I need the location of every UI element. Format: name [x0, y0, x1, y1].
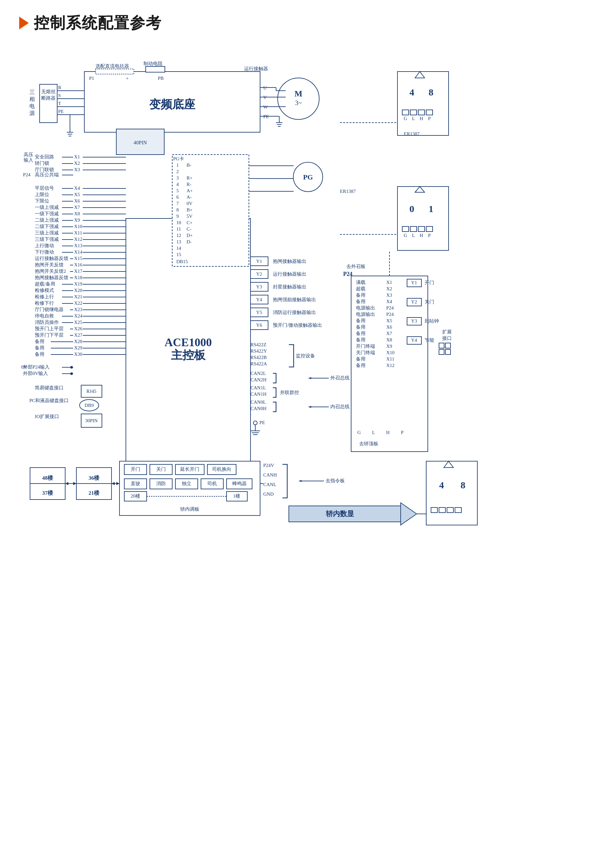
s-terminal-label: S: [58, 93, 61, 98]
bot-num8: 8: [461, 480, 465, 490]
main-board-label: 主控板: [171, 348, 206, 362]
y5-desc: 消防运行接触器输出: [273, 310, 316, 315]
spare1-label: 备用: [35, 339, 44, 344]
inspect-up-label: 检修上行: [35, 294, 54, 299]
x7-id: X7: [74, 205, 80, 210]
right-bot-panel: [426, 461, 477, 525]
mid-num0: 0: [409, 204, 414, 214]
pg-pin13: 13: [176, 239, 181, 244]
expand-interface-label2: 接口: [442, 336, 452, 341]
rp-spare4: 备用: [356, 325, 365, 330]
pre-open-down-label: 预开门下平层: [35, 332, 64, 338]
p24v-label: P24V: [263, 463, 274, 468]
three-phase-char4: 源: [30, 110, 35, 116]
simple-kb-label: 简易键盘接口: [35, 385, 64, 390]
rp-y1-label: Y1: [411, 280, 417, 285]
30pin-label: 30PIN: [85, 418, 97, 423]
x8-id: X8: [74, 211, 80, 216]
pg-b-plus: B+: [186, 207, 192, 212]
diagram-area: text { font-family: 'SimSun', '宋体', seri…: [21, 46, 595, 844]
pg-pin11: 11: [176, 226, 181, 232]
can0h-label: CAN0H: [251, 406, 266, 411]
plus-label: +: [126, 76, 129, 81]
pc-lcd-kb-label: PC和液晶键盘接口: [30, 398, 69, 403]
x17-id: X17: [74, 269, 83, 274]
pg-card-label: PG卡: [173, 156, 184, 161]
fireman-label: 消防员操作: [35, 320, 59, 325]
pe-output-label: PE: [259, 420, 265, 425]
mid-conn-p: [426, 226, 433, 232]
pre-open-up-label: 预开门上平层: [35, 326, 64, 331]
pg-0v: 0V: [186, 201, 193, 206]
x23-id: X23: [74, 307, 83, 312]
y5-label: Y5: [256, 310, 262, 315]
brake-resistor-label: 制动电阻: [143, 61, 162, 66]
rp-y3-label: Y3: [411, 319, 417, 323]
can1h-label: CAN1H: [251, 391, 266, 397]
run-contactor-label: 运行接触器: [244, 66, 268, 71]
rp-spare7: 备用: [356, 356, 365, 362]
driver-switch-btn-label: 司机换向: [212, 466, 231, 472]
x14-id: X14: [74, 249, 83, 255]
y1-desc: 抱闸接触器输出: [273, 259, 306, 264]
l2-lower-label: 二级下强减: [35, 224, 59, 229]
er1387-g-label: G: [404, 116, 407, 121]
x6-id: X6: [74, 198, 80, 204]
db15-label: DB15: [176, 259, 188, 264]
expand-conn3: [439, 350, 444, 354]
pg-c-minus: C-: [186, 226, 191, 232]
rp-x2: X2: [386, 286, 392, 291]
three-phase-char3: 电: [30, 103, 35, 109]
pg-pin14: 14: [176, 246, 182, 251]
pg-r-minus: R-: [186, 182, 191, 187]
mid-h-label: H: [420, 233, 423, 238]
title-arrow-icon: [19, 16, 29, 30]
inspect-down-label: 检修下行: [35, 301, 54, 305]
pg-c-plus: C+: [186, 220, 192, 225]
pg-pin6: 6: [176, 195, 179, 200]
monitor-device-label: 监控设备: [296, 353, 315, 359]
ext-call-bus-label: 外召总线: [330, 375, 350, 381]
40pin-label: 40PIN: [134, 140, 147, 145]
motor-3phase-label: 3~: [295, 99, 302, 106]
rp-full-load: 满载: [356, 280, 365, 285]
x13-id: X13: [74, 243, 83, 248]
extend-open-btn-label: 延长开门: [180, 466, 199, 472]
rp-close-door-label: 关门: [425, 299, 434, 304]
breaker-label1: 无熔丝: [41, 89, 56, 94]
rp-energy-save-label: 节能: [425, 338, 434, 343]
y2-label: Y2: [256, 272, 262, 277]
pg-pin3: 3: [176, 176, 179, 180]
vfd-base-label: 变频底座: [149, 98, 195, 111]
independent-btn-label: 独立: [182, 481, 191, 486]
pg-card-box: [172, 155, 249, 266]
pg-b-minus: B-: [186, 162, 191, 168]
pg-pin12: 12: [176, 233, 181, 238]
page-title: 控制系统配置参考: [34, 13, 162, 33]
ext-p24-line-label: 外部P24输入: [23, 364, 50, 369]
t-terminal-label: T: [58, 101, 61, 106]
brake-sw-fb-label: 抱闸开关反馈: [35, 262, 64, 267]
expand-conn2: [445, 343, 451, 348]
pg-pin5: 5: [176, 188, 179, 193]
pe-terminal-label: PE: [58, 109, 64, 114]
y3-desc: 封星接触器输出: [273, 284, 306, 289]
l1-lower-label: 一级下强减: [35, 211, 59, 216]
rs422z-label: RS422Z: [251, 342, 266, 347]
rp-bot-p: P: [401, 430, 403, 435]
high-press-label: 高压: [24, 152, 33, 157]
page-title-container: 控制系统配置参考: [19, 13, 597, 33]
er1387-conn-h: [418, 110, 425, 115]
rp-bot-h: H: [386, 430, 390, 435]
x12-id: X12: [74, 237, 83, 242]
y6-desc: 预开门/微动接触器输出: [273, 323, 322, 328]
x25-id: X25: [74, 320, 83, 325]
x24-id: X24: [74, 313, 83, 319]
er1387-conn-l: [410, 110, 417, 115]
l2-upper-label: 二级上强减: [35, 217, 59, 223]
rp-x10: X10: [386, 350, 394, 355]
expand-interface-label1: 扩展: [442, 329, 452, 334]
monitor-bracket: [289, 345, 294, 367]
rp-bot-l: L: [372, 430, 375, 435]
rp-spare6: 备用: [356, 337, 365, 342]
